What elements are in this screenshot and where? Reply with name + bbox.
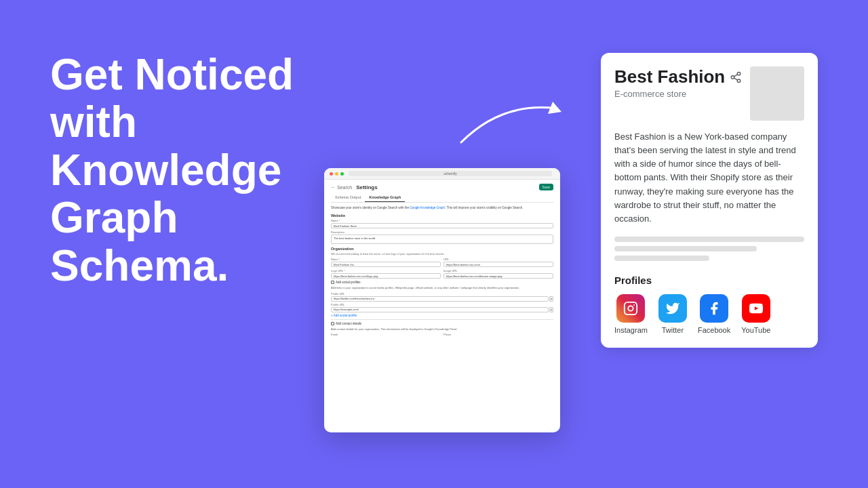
kp-logo-image (750, 66, 804, 121)
profile-url2-label: Profile URL (331, 303, 553, 306)
hero-title: Get Noticed with Knowledge Graph Schema. (50, 51, 355, 289)
org-name-url-row: Name * Best Fashion Inc. URL https://bes… (331, 258, 553, 269)
knowledge-panel: Best Fashion E-commerce store Best Fashi… (601, 53, 818, 348)
knowledge-graph-desc: Showcase your store's identity on Google… (331, 206, 553, 210)
twitter-label: Twitter (662, 326, 684, 334)
titlebar-dot-red (330, 172, 333, 176)
kp-profiles-grid: Instagram Twitter Facebook (614, 294, 804, 334)
tab-schema-output[interactable]: Schema Output (331, 193, 365, 202)
kp-name-group: Best Fashion E-commerce store (614, 66, 725, 99)
org-recommendation: We recommend adding at least the name, u… (331, 252, 553, 256)
kp-subtitle: E-commerce store (614, 89, 725, 99)
profile-url2-row: https://example.com/ × (331, 307, 553, 312)
org-logo-image-row: Logo URL * https://best-fashion-inc.com/… (331, 269, 553, 281)
section-divider (331, 319, 553, 320)
hero-text-block: Get Noticed with Knowledge Graph Schema. (50, 51, 355, 289)
kp-title-group: Best Fashion E-commerce store (614, 66, 747, 103)
youtube-label: YouTube (741, 326, 770, 334)
org-logo-group: Logo URL * https://best-fashion-inc.com/… (331, 269, 441, 281)
social-profiles-label: Add social profiles (336, 281, 361, 284)
contact-row: Email Phone (331, 333, 553, 337)
youtube-icon (742, 294, 770, 323)
profile-url-delete-btn[interactable]: × (549, 296, 553, 302)
save-button[interactable]: Save (539, 184, 553, 190)
org-image-group: Image URL https://best-fashion-inc.com/b… (443, 269, 553, 281)
contact-details-label: Add contact details (336, 322, 361, 325)
org-name-input[interactable]: Best Fashion Inc. (331, 262, 441, 267)
phone-label: Phone (443, 333, 553, 336)
profile-item-instagram[interactable]: Instagram (614, 294, 648, 334)
org-image-input[interactable]: https://best-fashion-inc.com/banner-imag… (443, 273, 553, 279)
profile-url-row: https://twitter.com/best-fashion-inc × (331, 296, 553, 302)
back-button[interactable]: ← Search (331, 185, 352, 190)
svg-point-8 (634, 304, 635, 306)
email-label: Email (331, 333, 441, 336)
app-screenshot-mockup: schemify ← Search Settings Save Schema O… (324, 168, 560, 432)
profile-url-label: Profile URL (331, 292, 553, 296)
name-input[interactable]: Best Fashion Store (331, 223, 553, 228)
org-url-input[interactable]: https://best-fashion-inc.com/ (443, 262, 553, 267)
social-profiles-checkbox-row: Add social profiles (331, 281, 553, 284)
desc-textarea[interactable]: The best fashion store in the world (331, 235, 553, 244)
svg-line-5 (734, 75, 738, 77)
org-image-label: Image URL (443, 269, 553, 272)
profile-item-twitter[interactable]: Twitter (658, 294, 687, 334)
kp-description: Best Fashion is a New York-based company… (614, 130, 804, 226)
kp-profiles-title: Profiles (614, 274, 804, 286)
kp-placeholder-line-1 (614, 237, 804, 242)
profile-url2-input[interactable]: https://example.com/ (331, 307, 549, 312)
kp-share-button[interactable] (725, 66, 747, 88)
desc-field-label: Description (331, 230, 553, 234)
org-url-group: URL https://best-fashion-inc.com/ (443, 258, 553, 269)
kp-top-row: Best Fashion E-commerce store (614, 66, 804, 121)
name-field-label: Name * (331, 219, 553, 222)
org-name-group: Name * Best Fashion Inc. (331, 258, 441, 269)
tab-knowledge-graph[interactable]: Knowledge Graph (365, 193, 405, 202)
instagram-icon (616, 294, 645, 323)
profile-item-facebook[interactable]: Facebook (698, 294, 730, 334)
kp-placeholder-line-3 (614, 256, 709, 261)
titlebar-dot-yellow (335, 172, 338, 176)
org-logo-input[interactable]: https://best-fashion-inc.com/logo.png (331, 273, 441, 279)
kp-name: Best Fashion (614, 66, 725, 87)
titlebar-dot-green (340, 172, 344, 176)
org-logo-label: Logo URL * (331, 269, 441, 272)
org-name-label: Name * (331, 258, 441, 261)
arrow-illustration (448, 88, 583, 156)
kp-placeholder-lines (614, 237, 804, 261)
profile-url-input[interactable]: https://twitter.com/best-fashion-inc (331, 296, 549, 302)
mockup-titlebar: schemify (324, 168, 560, 180)
kp-placeholder-line-2 (614, 246, 757, 251)
svg-line-4 (734, 78, 738, 80)
mockup-content: ← Search Settings Save Schema Output Kno… (324, 180, 560, 341)
social-profiles-desc: Add links to your organization's social … (331, 286, 553, 290)
svg-point-7 (629, 306, 633, 310)
social-profiles-checkbox[interactable] (331, 281, 334, 284)
profile-url2-delete-btn[interactable]: × (549, 307, 553, 312)
contact-details-checkbox[interactable] (331, 322, 334, 325)
settings-tabs: Schema Output Knowledge Graph (331, 193, 553, 203)
url-bar: schemify (349, 171, 552, 176)
org-section-label: Organization (331, 247, 553, 251)
contact-details-desc: Add contact details for your organizatio… (331, 327, 553, 331)
contact-details-checkbox-row: Add contact details (331, 322, 553, 325)
instagram-label: Instagram (614, 326, 648, 334)
twitter-icon (658, 294, 687, 323)
settings-title: Settings (356, 184, 534, 190)
svg-rect-6 (625, 302, 637, 314)
facebook-icon (700, 294, 728, 323)
mockup-app-header: ← Search Settings Save (331, 184, 553, 190)
profile-item-youtube[interactable]: YouTube (741, 294, 770, 334)
add-social-profile-link[interactable]: + Add social profile (331, 314, 553, 317)
website-section-label: Website (331, 214, 553, 218)
kp-header: Best Fashion E-commerce store (614, 66, 747, 99)
facebook-label: Facebook (698, 326, 730, 334)
org-url-label: URL (443, 258, 553, 261)
